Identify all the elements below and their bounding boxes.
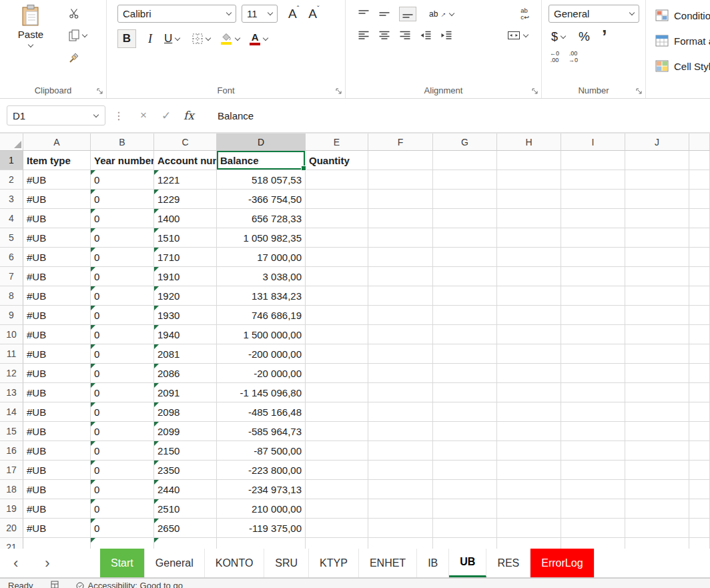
cell-item-type[interactable]: #UB: [23, 519, 91, 538]
row-number[interactable]: 15: [0, 422, 23, 441]
cell-empty[interactable]: [497, 402, 561, 422]
cell-year-number[interactable]: [91, 538, 154, 549]
cell-empty[interactable]: [433, 422, 497, 441]
row-number[interactable]: 13: [0, 383, 23, 402]
column-header-j[interactable]: J: [625, 133, 689, 151]
cell-empty[interactable]: [306, 422, 368, 441]
cell-account-number[interactable]: 2091: [154, 383, 217, 402]
cell-balance[interactable]: -234 973,13: [217, 480, 306, 499]
cell-account-number[interactable]: 2150: [154, 441, 217, 461]
fill-color-button[interactable]: [220, 33, 241, 45]
cell-empty[interactable]: [689, 267, 710, 286]
row-number[interactable]: 5: [0, 228, 23, 248]
sheet-tab-konto[interactable]: KONTO: [205, 549, 265, 577]
cell-balance[interactable]: 131 834,23: [217, 286, 306, 306]
cell-empty[interactable]: [368, 306, 433, 325]
font-color-button[interactable]: A: [250, 32, 269, 45]
cell-empty[interactable]: [625, 364, 689, 383]
cell-empty[interactable]: [561, 344, 625, 364]
fill-handle[interactable]: [301, 166, 306, 171]
cell-empty[interactable]: [561, 383, 625, 402]
cancel-button[interactable]: ×: [132, 109, 155, 122]
cell-year-number[interactable]: 0: [91, 209, 154, 228]
cell-item-type[interactable]: #UB: [23, 461, 91, 480]
cell-empty[interactable]: [561, 422, 625, 441]
cell-empty[interactable]: [306, 286, 368, 306]
cell-empty[interactable]: [306, 248, 368, 267]
cell-account-number[interactable]: 1229: [154, 190, 217, 209]
column-header-a[interactable]: A: [23, 133, 91, 151]
cell-balance[interactable]: -200 000,00: [217, 344, 306, 364]
row-number[interactable]: 10: [0, 325, 23, 344]
cell-empty[interactable]: [497, 190, 561, 209]
cell-empty[interactable]: [689, 209, 710, 228]
cell-account-number[interactable]: 2098: [154, 402, 217, 422]
cell-empty[interactable]: [689, 286, 710, 306]
cell-empty[interactable]: [689, 170, 710, 190]
cell-year-number[interactable]: 0: [91, 228, 154, 248]
cell-empty[interactable]: [433, 499, 497, 519]
cell-empty[interactable]: [625, 499, 689, 519]
cell-empty[interactable]: [433, 402, 497, 422]
cell-empty[interactable]: [368, 228, 433, 248]
cell-empty[interactable]: [625, 344, 689, 364]
select-all-button[interactable]: [0, 133, 23, 151]
cell-account-number[interactable]: [154, 538, 217, 549]
cell-year-number[interactable]: 0: [91, 248, 154, 267]
cell-empty[interactable]: [306, 325, 368, 344]
accessibility-status[interactable]: Accessibility: Good to go: [76, 581, 183, 588]
cell-empty[interactable]: [625, 228, 689, 248]
cell-empty[interactable]: [433, 190, 497, 209]
cell-year-number[interactable]: 0: [91, 325, 154, 344]
cell-empty[interactable]: [561, 306, 625, 325]
cell-empty[interactable]: [689, 151, 710, 170]
cell-balance[interactable]: -366 754,50: [217, 190, 306, 209]
cell-empty[interactable]: [433, 344, 497, 364]
cell-empty[interactable]: [625, 267, 689, 286]
format-painter-button[interactable]: [63, 49, 85, 65]
cell-empty[interactable]: [689, 538, 710, 549]
cell-empty[interactable]: [306, 461, 368, 480]
cell-empty[interactable]: [561, 170, 625, 190]
cell-balance[interactable]: -1 145 096,80: [217, 383, 306, 402]
cell-account-number[interactable]: 2099: [154, 422, 217, 441]
cell-empty[interactable]: [625, 480, 689, 499]
cell-account-number[interactable]: 2350: [154, 461, 217, 480]
name-box-resize-handle[interactable]: ⋮: [113, 109, 124, 122]
cell-empty[interactable]: [561, 228, 625, 248]
cell-empty[interactable]: [561, 364, 625, 383]
percent-style-button[interactable]: %: [579, 29, 590, 44]
cell-balance[interactable]: -20 000,00: [217, 364, 306, 383]
cell-item-type[interactable]: #UB: [23, 306, 91, 325]
cell-empty[interactable]: [497, 267, 561, 286]
cell-empty[interactable]: [689, 480, 710, 499]
cell-account-number[interactable]: 2650: [154, 519, 217, 538]
copy-button[interactable]: [63, 27, 93, 43]
cell-empty[interactable]: [625, 402, 689, 422]
cell-account-number[interactable]: 1510: [154, 228, 217, 248]
cell-account-number[interactable]: 1400: [154, 209, 217, 228]
cell-balance[interactable]: 656 728,33: [217, 209, 306, 228]
cell-balance[interactable]: 17 000,00: [217, 248, 306, 267]
cell-year-number[interactable]: 0: [91, 480, 154, 499]
cell-empty[interactable]: [689, 383, 710, 402]
cell-empty[interactable]: [497, 306, 561, 325]
cell-empty[interactable]: [689, 499, 710, 519]
cell-account-number[interactable]: 1940: [154, 325, 217, 344]
cell-empty[interactable]: [497, 538, 561, 549]
cell-empty[interactable]: [433, 364, 497, 383]
cell-account-number[interactable]: 1910: [154, 267, 217, 286]
cell-empty[interactable]: [368, 480, 433, 499]
cell-item-type[interactable]: #UB: [23, 344, 91, 364]
cell-empty[interactable]: [625, 248, 689, 267]
cell-account-number[interactable]: 2440: [154, 480, 217, 499]
insert-function-button[interactable]: fx: [178, 109, 200, 122]
cell-empty[interactable]: [368, 383, 433, 402]
cell-account-number[interactable]: 1930: [154, 306, 217, 325]
cell-empty[interactable]: [368, 402, 433, 422]
cell-empty[interactable]: [306, 383, 368, 402]
cell-item-type[interactable]: [23, 538, 91, 549]
cell-year-number[interactable]: 0: [91, 170, 154, 190]
cell-empty[interactable]: [561, 480, 625, 499]
sheet-tab-general[interactable]: General: [145, 549, 205, 577]
